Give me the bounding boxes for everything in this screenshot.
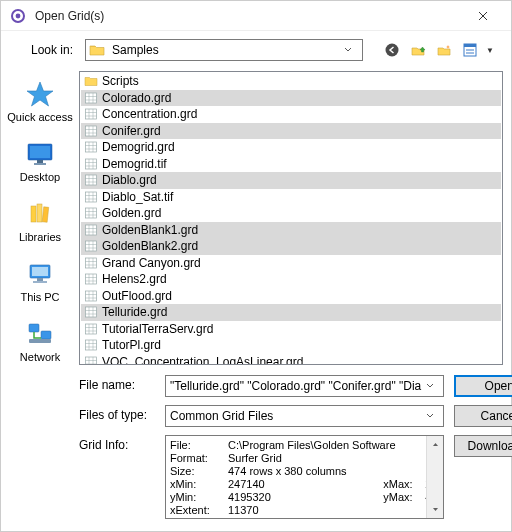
svg-rect-31: [86, 126, 97, 136]
file-row[interactable]: Scripts: [81, 73, 501, 90]
files-of-type-value: Common Grid Files: [166, 409, 425, 423]
download-button[interactable]: Download...: [454, 435, 512, 457]
files-of-type-dropdown[interactable]: Common Grid Files: [165, 405, 444, 427]
file-name: GoldenBlank2.grd: [102, 239, 198, 253]
folder-icon: [88, 41, 106, 59]
file-name: Demogrid.tif: [102, 157, 167, 171]
svg-rect-8: [30, 146, 50, 158]
grid-info-label: Grid Info:: [79, 435, 155, 452]
svg-rect-41: [86, 159, 97, 169]
sidebar-item-quick-access[interactable]: Quick access: [5, 73, 75, 131]
file-name: Colorado.grd: [102, 91, 171, 105]
new-folder-button[interactable]: [433, 39, 455, 61]
svg-rect-12: [37, 204, 42, 222]
file-name: VOC_Concentration_LogAsLinear.grd: [102, 355, 303, 365]
svg-rect-15: [32, 267, 48, 276]
up-one-level-button[interactable]: [407, 39, 429, 61]
file-row[interactable]: GoldenBlank1.grd: [81, 222, 501, 239]
grid-file-icon: [83, 256, 99, 270]
open-dialog: Open Grid(s) Look in: Samples: [0, 0, 512, 532]
this-pc-icon: [24, 259, 56, 289]
svg-rect-91: [86, 324, 97, 334]
file-row[interactable]: TutorPl.grd: [81, 337, 501, 354]
grid-file-icon: [83, 305, 99, 319]
file-row[interactable]: TutorialTerraServ.grd: [81, 321, 501, 338]
grid-file-icon: [83, 272, 99, 286]
grid-file-icon: [83, 173, 99, 187]
look-in-dropdown[interactable]: Samples: [85, 39, 363, 61]
file-row[interactable]: GoldenBlank2.grd: [81, 238, 501, 255]
file-row[interactable]: Grand Canyon.grd: [81, 255, 501, 272]
places-sidebar: Quick access Desktop Libraries This PC: [1, 71, 79, 365]
close-button[interactable]: [463, 2, 503, 30]
file-name: Diablo.grd: [102, 173, 157, 187]
file-name: OutFlood.grd: [102, 289, 172, 303]
svg-rect-10: [34, 163, 46, 165]
libraries-icon: [24, 199, 56, 229]
svg-rect-36: [86, 142, 97, 152]
file-name-field[interactable]: "Telluride.grd" "Colorado.grd" "Conifer.…: [165, 375, 444, 397]
file-name: Demogrid.grd: [102, 140, 175, 154]
svg-point-1: [16, 13, 21, 18]
window-title: Open Grid(s): [35, 9, 463, 23]
file-name-value: "Telluride.grd" "Colorado.grd" "Conifer.…: [166, 379, 425, 393]
svg-rect-86: [86, 307, 97, 317]
chevron-down-icon[interactable]: [425, 413, 443, 419]
view-menu-button[interactable]: [459, 39, 481, 61]
chevron-down-icon[interactable]: [344, 47, 360, 53]
file-list[interactable]: ScriptsColorado.grdConcentration.grdConi…: [79, 71, 503, 365]
view-menu-dropdown[interactable]: ▼: [485, 46, 495, 55]
file-row[interactable]: Golden.grd: [81, 205, 501, 222]
svg-rect-81: [86, 291, 97, 301]
back-button[interactable]: [381, 39, 403, 61]
svg-rect-76: [86, 274, 97, 284]
sidebar-item-libraries[interactable]: Libraries: [5, 193, 75, 251]
cancel-button[interactable]: Cancel: [454, 405, 512, 427]
sidebar-item-this-pc[interactable]: This PC: [5, 253, 75, 311]
file-name: GoldenBlank1.grd: [102, 223, 198, 237]
grid-file-icon: [83, 289, 99, 303]
sidebar-item-network[interactable]: Network: [5, 313, 75, 365]
grid-info-row: xExtent:11370: [170, 504, 439, 517]
svg-rect-66: [86, 241, 97, 251]
svg-rect-19: [41, 331, 51, 339]
file-name: TutorialTerraServ.grd: [102, 322, 213, 336]
file-name: Grand Canyon.grd: [102, 256, 201, 270]
grid-info-scrollbar[interactable]: [426, 436, 443, 518]
files-of-type-label: Files of type:: [79, 405, 155, 422]
file-name: Diablo_Sat.tif: [102, 190, 173, 204]
file-row[interactable]: Diablo_Sat.tif: [81, 189, 501, 206]
file-row[interactable]: Helens2.grd: [81, 271, 501, 288]
file-name-label: File name:: [79, 375, 155, 392]
file-row[interactable]: Demogrid.grd: [81, 139, 501, 156]
svg-rect-56: [86, 208, 97, 218]
grid-file-icon: [83, 355, 99, 365]
grid-file-icon: [83, 124, 99, 138]
scroll-up-icon[interactable]: [427, 436, 443, 453]
grid-info-row: xMin:247140xMax:2: [170, 478, 439, 491]
file-row[interactable]: Demogrid.tif: [81, 156, 501, 173]
chevron-down-icon[interactable]: [425, 383, 443, 389]
grid-file-icon: [83, 338, 99, 352]
grid-info-row: Size:474 rows x 380 columns: [170, 465, 439, 478]
open-button[interactable]: Open: [454, 375, 512, 397]
scroll-down-icon[interactable]: [427, 501, 443, 518]
file-name: Telluride.grd: [102, 305, 167, 319]
app-icon: [9, 7, 27, 25]
sidebar-item-desktop[interactable]: Desktop: [5, 133, 75, 191]
svg-rect-16: [37, 278, 43, 281]
svg-rect-11: [31, 206, 36, 222]
nav-toolbar: ▼: [381, 39, 495, 61]
file-row[interactable]: Diablo.grd: [81, 172, 501, 189]
file-row[interactable]: Telluride.grd: [81, 304, 501, 321]
file-row[interactable]: Colorado.grd: [81, 90, 501, 107]
network-icon: [24, 319, 56, 349]
file-row[interactable]: VOC_Concentration_LogAsLinear.grd: [81, 354, 501, 366]
file-row[interactable]: Conifer.grd: [81, 123, 501, 140]
svg-rect-26: [86, 109, 97, 119]
file-row[interactable]: Concentration.grd: [81, 106, 501, 123]
svg-rect-46: [86, 175, 97, 185]
svg-rect-17: [33, 281, 47, 283]
file-row[interactable]: OutFlood.grd: [81, 288, 501, 305]
grid-file-icon: [83, 223, 99, 237]
